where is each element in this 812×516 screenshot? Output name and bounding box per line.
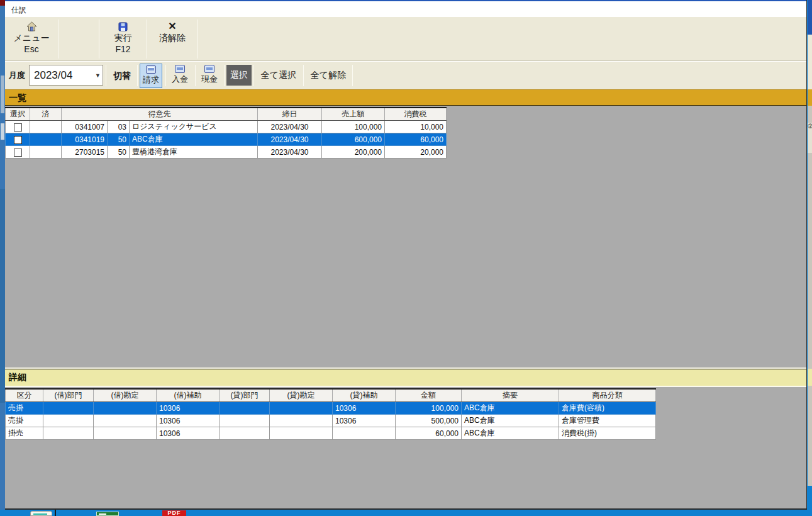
switch-button[interactable]: 切替 (109, 67, 135, 84)
divider (55, 510, 56, 516)
cell-amount: 60,000 (396, 427, 462, 440)
row-checkbox[interactable] (14, 149, 22, 157)
cell-sales: 100,000 (322, 121, 385, 133)
cell-tax: 10,000 (385, 121, 447, 133)
month-value: 2023/04 (34, 69, 72, 82)
detail-row[interactable]: 売掛 10306 10306 500,000 ABC倉庫 倉庫管理費 (6, 415, 656, 427)
clear-done-button-label: 済解除 (159, 32, 186, 43)
cell-credit-dept (220, 402, 270, 415)
col-close-date: 締日 (258, 108, 322, 121)
background-fragment (808, 35, 812, 89)
form-icon (146, 65, 156, 74)
deposit-toggle-button[interactable]: 入金 (169, 64, 191, 88)
cell-debit-account (94, 427, 157, 440)
detail-panel: 区分 (借)部門 (借)勘定 (借)補助 (貸)部門 (貸)勘定 (貸)補助 金… (5, 386, 806, 508)
home-icon (26, 21, 37, 32)
cell-close-date: 2023/04/30 (258, 133, 322, 146)
cell-sales: 200,000 (322, 146, 385, 159)
document-icon (30, 511, 52, 516)
cell-select (6, 133, 30, 146)
pdf-icon: PDF (162, 510, 186, 516)
cell-credit-sub (333, 427, 396, 440)
row-checkbox[interactable] (14, 136, 22, 144)
detail-table: 区分 (借)部門 (借)勘定 (借)補助 (貸)部門 (貸)勘定 (貸)補助 金… (5, 388, 656, 440)
cell-debit-dept (43, 427, 94, 440)
col-category: 商品分類 (559, 389, 656, 402)
cell-debit-sub: 10306 (157, 427, 220, 440)
background-fragment (1, 76, 4, 113)
col-select: 選択 (6, 108, 30, 121)
cell-select (6, 146, 30, 159)
detail-section-header: 詳細 (5, 369, 806, 386)
list-table: 選択 済 得意先 締日 売上額 消費税 0341007 03 ロジスティック (5, 107, 447, 159)
cell-done (30, 121, 62, 133)
cell-sales: 600,000 (322, 133, 385, 146)
background-fragment (0, 0, 5, 6)
cell-memo: ABC倉庫 (462, 402, 559, 415)
cell-amount: 500,000 (396, 415, 462, 427)
toolbar-separator (195, 65, 196, 86)
select-all-button[interactable]: 全て選択 (255, 65, 302, 86)
main-toolbar: メニュー Esc 実行 F12 ✕ 済解除 (5, 17, 806, 61)
cell-tax: 60,000 (385, 133, 447, 146)
cell-credit-account (270, 402, 333, 415)
cell-category: 倉庫費(容積) (559, 402, 656, 415)
col-credit-sub: (貸)補助 (333, 389, 396, 402)
spreadsheet-icon (96, 512, 119, 516)
cell-kubun: 掛売 (6, 427, 43, 440)
menu-button-label: メニュー (14, 32, 50, 43)
help-badge: ② (808, 123, 812, 153)
detail-header-row: 区分 (借)部門 (借)勘定 (借)補助 (貸)部門 (貸)勘定 (貸)補助 金… (6, 389, 656, 402)
col-credit-dept: (貸)部門 (220, 389, 270, 402)
toolbar-separator (106, 65, 106, 86)
cash-toggle-button[interactable]: 現金 (198, 64, 221, 88)
list-section-title: 一覧 (9, 93, 26, 104)
background-window-left-edge (0, 0, 5, 516)
cell-credit-sub: 10306 (333, 415, 396, 427)
col-sales: 売上額 (322, 108, 385, 121)
col-memo: 摘要 (462, 389, 559, 402)
detail-row[interactable]: 掛売 10306 60,000 ABC倉庫 消費税(掛) (6, 427, 656, 440)
list-row[interactable]: 0341007 03 ロジスティックサービス 2023/04/30 100,00… (6, 121, 447, 133)
toolbar-separator (137, 65, 138, 86)
col-amount: 金額 (396, 389, 462, 402)
toolbar-separator (253, 65, 253, 86)
cell-kubun: 売掛 (6, 402, 43, 415)
detail-row-selected[interactable]: 売掛 10306 10306 100,000 ABC倉庫 倉庫費(容積) (6, 402, 656, 415)
cell-customer: ロジスティックサービス (130, 121, 258, 133)
invoice-button-label: 請求 (143, 74, 159, 86)
invoice-toggle-button[interactable]: 請求 (140, 64, 162, 88)
detail-section-title: 詳細 (9, 372, 26, 383)
toolbar-separator (165, 65, 166, 86)
cell-code: 0341019 (62, 133, 108, 146)
cell-customer: 豊橋港湾倉庫 (130, 146, 258, 159)
execute-button-key: F12 (115, 43, 130, 55)
clear-done-button[interactable]: ✕ 済解除 (147, 18, 197, 60)
titlebar: 仕訳 (5, 0, 806, 17)
select-mode-button[interactable]: 選択 (226, 65, 252, 86)
cell-kubun: 売掛 (6, 415, 43, 427)
month-dropdown[interactable]: 2023/04 ▼ (29, 65, 103, 86)
save-icon (118, 21, 128, 32)
cell-category: 倉庫管理費 (559, 415, 656, 427)
list-row-selected[interactable]: 0341019 50 ABC倉庫 2023/04/30 600,000 60,0… (6, 133, 447, 146)
journal-window: 仕訳 メニュー Esc (5, 0, 807, 510)
list-panel: 選択 済 得意先 締日 売上額 消費税 0341007 03 ロジスティック (5, 106, 806, 369)
x-icon: ✕ (168, 21, 176, 32)
list-row[interactable]: 2703015 50 豊橋港湾倉庫 2023/04/30 200,000 20,… (6, 146, 447, 159)
execute-button-label: 実行 (114, 32, 132, 43)
toolbar-separator (303, 65, 304, 86)
col-customer: 得意先 (62, 108, 258, 121)
cell-amount: 100,000 (396, 402, 462, 415)
background-fragment (808, 369, 812, 386)
row-checkbox[interactable] (14, 123, 22, 132)
list-section-header: 一覧 (5, 89, 806, 106)
background-fragment (0, 189, 5, 403)
col-done: 済 (30, 108, 62, 121)
month-label: 月度 (9, 70, 25, 81)
cell-code: 0341007 (62, 121, 108, 133)
execute-button[interactable]: 実行 F12 (99, 18, 147, 60)
clear-all-button[interactable]: 全て解除 (306, 65, 351, 86)
menu-button[interactable]: メニュー Esc (6, 18, 57, 60)
background-fragment (808, 89, 812, 106)
